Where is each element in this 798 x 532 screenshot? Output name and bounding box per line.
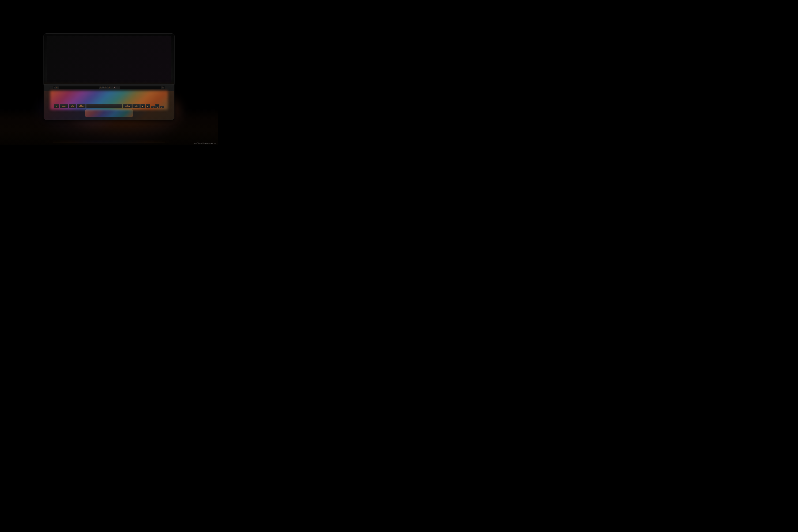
key-option-right-icon: ⌥ [135, 104, 137, 106]
key-option-right-label: option [135, 106, 137, 107]
key-command-left-label: command [78, 106, 83, 107]
key-arrow-left[interactable]: ◀ [151, 106, 155, 108]
desk-line-5 [53, 137, 165, 137]
touch-bar-mute[interactable]: 🔇 [113, 87, 116, 89]
screen-lid [43, 34, 174, 84]
touch-bar-esc[interactable]: esc [54, 87, 59, 89]
touch-bar-launchpad[interactable]: ⠿ [104, 87, 107, 89]
key-fn[interactable]: fn [54, 104, 59, 108]
key-control-label: control [62, 106, 65, 107]
touch-bar-siri[interactable]: ◉ [161, 87, 164, 89]
scene: esc ☀ ⬛ ⠿ ◂ ▶ ▸ 🔇 − + ◉ fn ^ [0, 0, 218, 145]
desk-line-7 [53, 140, 165, 141]
key-command-right-icon: ⌘ [127, 104, 128, 106]
touch-bar-vol-up[interactable]: + [118, 87, 120, 89]
touch-bar[interactable]: esc ☀ ⬛ ⠿ ◂ ▶ ▸ 🔇 − + ◉ [53, 86, 165, 89]
touch-bar-back[interactable]: ◂ [107, 87, 109, 89]
key-control-icon: ^ [63, 104, 64, 106]
key-brightness-down-icon: ◂ [142, 106, 143, 107]
desk-line-2 [53, 131, 165, 131]
arrow-key-cluster: ▲ ◀ ▼ ▶ [151, 103, 164, 108]
key-brightness-up[interactable]: ▸ [146, 104, 150, 108]
key-arrow-right[interactable]: ▶ [160, 106, 164, 108]
key-command-right[interactable]: ⌘ command [122, 104, 132, 108]
desk-lines [53, 126, 165, 145]
screen-content [46, 36, 171, 83]
touch-bar-vol-down[interactable]: − [116, 87, 118, 89]
bottom-key-row: fn ^ control ⌥ option ⌘ command ⌘ [44, 103, 174, 108]
touch-bar-play[interactable]: ▶ [109, 87, 111, 89]
laptop: esc ☀ ⬛ ⠿ ◂ ▶ ▸ 🔇 − + ◉ fn ^ [43, 34, 174, 120]
key-option-right[interactable]: ⌥ option [132, 104, 140, 108]
key-spacebar[interactable] [86, 104, 122, 108]
touch-bar-brightness[interactable]: ☀ [99, 87, 102, 89]
watermark-text: https://fling.pub/catalog_4T107231 [193, 142, 216, 144]
key-arrow-down[interactable]: ▼ [155, 106, 159, 108]
key-command-right-label: command [125, 106, 130, 107]
key-brightness-down[interactable]: ◂ [140, 104, 145, 108]
desk-line-8 [53, 142, 165, 143]
touch-bar-mission-control[interactable]: ⬛ [102, 87, 104, 89]
key-option-left-icon: ⌥ [72, 104, 73, 106]
key-command-left[interactable]: ⌘ command [77, 104, 86, 108]
touch-bar-spacer-2 [120, 87, 161, 89]
watermark: https://fling.pub/catalog_4T107231 [193, 142, 216, 144]
key-command-left-icon: ⌘ [80, 104, 82, 106]
key-control[interactable]: ^ control [60, 104, 68, 108]
key-brightness-up-icon: ▸ [148, 106, 148, 107]
key-fn-label: fn [56, 106, 57, 107]
screen-inner [46, 36, 171, 83]
key-option-left-label: option [71, 106, 74, 107]
touch-bar-fwd[interactable]: ▸ [111, 87, 113, 89]
key-option-left[interactable]: ⌥ option [69, 104, 76, 108]
key-arrow-up[interactable]: ▲ [155, 103, 159, 106]
touch-bar-spacer [59, 87, 99, 89]
keyboard-base: esc ☀ ⬛ ⠿ ◂ ▶ ▸ 🔇 − + ◉ fn ^ [43, 84, 174, 120]
